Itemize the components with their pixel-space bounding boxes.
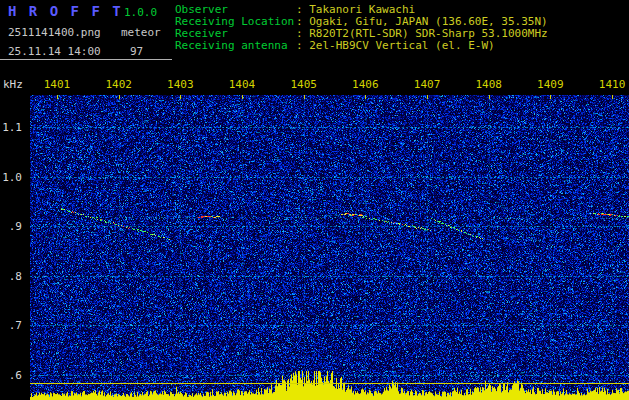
y-tick-label: 1.0	[0, 171, 22, 184]
info-value: : 2el-HB9CV Vertical (el. E-W)	[296, 39, 495, 52]
echo-count: 97	[130, 45, 143, 58]
output-filename: 2511141400.png	[8, 26, 101, 39]
station-info: Observer: Takanori Kawachi Receiving Loc…	[175, 4, 548, 52]
app-version: 1.0.0	[124, 6, 157, 19]
timestamp: 25.11.14 14:00	[8, 45, 101, 58]
y-tick-label: .8	[0, 270, 22, 283]
mode-label: meteor	[121, 26, 161, 39]
y-tick-label: .9	[0, 220, 22, 233]
y-axis-unit: kHz	[3, 78, 23, 91]
info-label: Receiving antenna	[175, 40, 296, 52]
spectrogram-canvas	[30, 75, 629, 400]
app-title: H R O F F T	[8, 3, 123, 19]
y-tick-label: .7	[0, 319, 22, 332]
y-tick-label: 1.1	[0, 121, 22, 134]
header-divider	[0, 59, 172, 60]
info-row: Receiving antenna: 2el-HB9CV Vertical (e…	[175, 40, 548, 52]
y-tick-label: .6	[0, 369, 22, 382]
